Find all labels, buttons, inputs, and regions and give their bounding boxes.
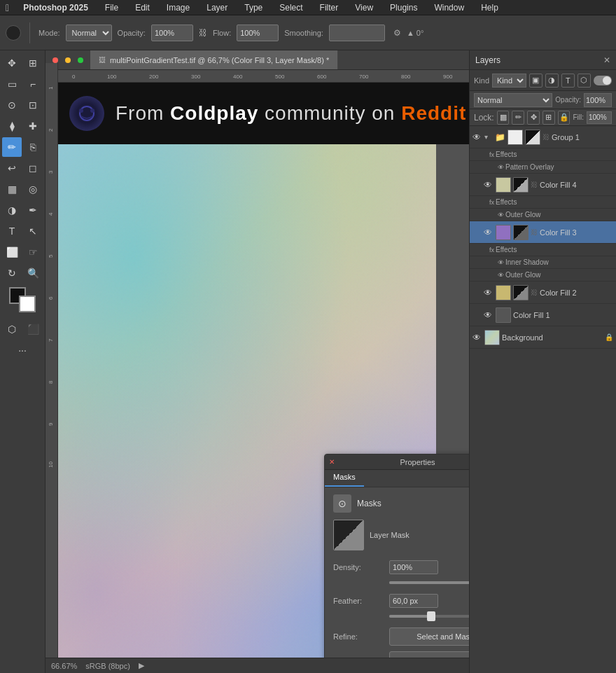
healing-tool[interactable]: ✚ — [23, 116, 43, 136]
menu-file[interactable]: File — [102, 3, 121, 13]
menu-edit[interactable]: Edit — [132, 3, 153, 13]
density-slider[interactable] — [389, 581, 469, 584]
filter-pixel-btn[interactable]: ▣ — [529, 74, 542, 88]
pattern-overlay-vis-icon[interactable]: 👁 — [498, 164, 504, 171]
dodge-tool[interactable]: ◑ — [2, 200, 22, 220]
svg-text:800: 800 — [401, 74, 411, 80]
feather-input[interactable] — [389, 594, 438, 608]
history-brush-tool[interactable]: ↩ — [2, 158, 22, 178]
hand-tool[interactable]: ☞ — [23, 242, 43, 262]
blur-tool[interactable]: ◎ — [23, 179, 43, 199]
menu-layer[interactable]: Layer — [204, 3, 230, 13]
eyedropper-tool[interactable]: ⧫ — [2, 116, 22, 136]
brush-tool[interactable]: ✏ — [2, 137, 22, 157]
layer-color-fill-1[interactable]: 👁 Color Fill 1 — [470, 304, 616, 326]
window-minimize-btn[interactable] — [65, 57, 71, 63]
quick-select-tool[interactable]: ⊙ — [2, 95, 22, 115]
properties-tab-masks[interactable]: Masks — [325, 470, 364, 487]
color-range-btn[interactable]: Color Range... — [389, 651, 469, 658]
layer-color-fill-4[interactable]: 👁 ⛓ Color Fill 4 — [470, 174, 616, 196]
layer-cf1-visibility[interactable]: 👁 — [484, 310, 493, 320]
menu-select[interactable]: Select — [276, 3, 305, 13]
opacity-input[interactable] — [151, 25, 193, 41]
filter-adjustment-btn[interactable]: ◑ — [545, 74, 559, 88]
layer-cf3-chain: ⛓ — [531, 228, 538, 236]
quick-mask-tool[interactable]: ⬡ — [2, 319, 22, 339]
menu-image[interactable]: Image — [164, 3, 192, 13]
opacity-chain-icon[interactable]: ⛓ — [199, 28, 207, 38]
filter-type-btn[interactable]: T — [561, 74, 575, 88]
outer-glow-cf4-item[interactable]: 👁 Outer Glow — [470, 209, 616, 221]
rect-select-tool[interactable]: ▭ — [2, 74, 22, 94]
layer-background[interactable]: 👁 Background 🔒 — [470, 326, 616, 349]
density-label: Density: — [333, 563, 389, 571]
shape-tool[interactable]: ⬜ — [2, 242, 22, 262]
artboard-tool[interactable]: ⊞ — [23, 53, 43, 73]
density-input[interactable] — [389, 560, 438, 574]
feather-slider[interactable] — [389, 615, 469, 618]
lock-artboard-btn[interactable]: ⊞ — [542, 111, 555, 125]
lock-position-btn[interactable]: ✥ — [527, 111, 540, 125]
pattern-overlay-item[interactable]: 👁 Pattern Overlay — [470, 161, 616, 174]
status-bar-arrow[interactable]: ▶ — [139, 661, 144, 670]
lock-transparent-btn[interactable]: ▩ — [497, 111, 510, 125]
fill-input[interactable] — [587, 111, 612, 124]
background-color[interactable] — [19, 296, 36, 312]
lock-pixels-btn[interactable]: ✏ — [512, 111, 524, 125]
color-swatches[interactable] — [9, 287, 36, 312]
svg-text:600: 600 — [317, 74, 327, 80]
filter-select[interactable]: Kind — [492, 74, 526, 88]
menu-view[interactable]: View — [352, 3, 376, 13]
outer-glow-cf3-vis[interactable]: 👁 — [498, 272, 504, 279]
inner-shadow-cf3-item[interactable]: 👁 Inner Shadow — [470, 256, 616, 269]
window-close-btn[interactable] — [52, 57, 58, 63]
pen-tool[interactable]: ✒ — [23, 200, 43, 220]
layer-color-fill-2[interactable]: 👁 ⛓ Color Fill 2 — [470, 282, 616, 304]
gradient-tool[interactable]: ▦ — [2, 179, 22, 199]
layer-group1-visibility[interactable]: 👁 — [472, 132, 482, 142]
menu-type[interactable]: Type — [241, 3, 265, 13]
filter-toggle[interactable] — [594, 76, 612, 85]
layer-cf2-visibility[interactable]: 👁 — [484, 288, 493, 298]
layer-cf3-visibility[interactable]: 👁 — [484, 228, 493, 237]
layer-group1[interactable]: 👁 ▾ 📁 ⛓ Group 1 — [470, 126, 616, 148]
type-tool[interactable]: T — [2, 221, 22, 241]
extra-tools[interactable]: ··· — [13, 340, 32, 360]
smoothing-settings-icon[interactable]: ⚙ — [393, 28, 401, 38]
layer-cf4-visibility[interactable]: 👁 — [484, 180, 493, 190]
menu-help[interactable]: Help — [478, 3, 501, 13]
flow-input[interactable] — [237, 25, 279, 41]
outer-glow-cf3-item[interactable]: 👁 Outer Glow — [470, 269, 616, 282]
layer-group1-expand[interactable]: ▾ — [484, 133, 493, 141]
menu-photoshop[interactable]: Photoshop 2025 — [20, 3, 91, 13]
crop-tool[interactable]: ⊡ — [23, 95, 43, 115]
lock-all-btn[interactable]: 🔒 — [558, 111, 570, 125]
rotate-tool[interactable]: ↻ — [2, 263, 22, 283]
outer-glow-cf4-vis[interactable]: 👁 — [498, 211, 504, 218]
menu-filter[interactable]: Filter — [317, 3, 342, 13]
smoothing-input[interactable] — [329, 25, 385, 41]
path-select-tool[interactable]: ↖ — [23, 221, 43, 241]
layer-bg-visibility[interactable]: 👁 — [472, 333, 482, 342]
move-tool[interactable]: ✥ — [2, 53, 22, 73]
zoom-tool[interactable]: 🔍 — [23, 263, 43, 283]
mode-select[interactable]: Normal — [66, 25, 112, 41]
apple-icon[interactable]:  — [6, 2, 9, 13]
layers-mode-select[interactable]: Normal — [474, 93, 552, 107]
properties-close-btn[interactable]: ✕ — [329, 458, 335, 466]
stamp-tool[interactable]: ⎘ — [23, 137, 43, 157]
select-and-mask-btn[interactable]: Select and Mask... — [389, 627, 469, 646]
window-maximize-btn[interactable] — [78, 57, 83, 63]
layer-color-fill-3[interactable]: 👁 ⛓ Color Fill 3 — [470, 221, 616, 244]
layers-close-btn[interactable]: ✕ — [603, 55, 610, 65]
lasso-tool[interactable]: ⌐ — [23, 74, 43, 94]
screen-mode-tool[interactable]: ⬛ — [23, 319, 43, 339]
layers-opacity-input[interactable] — [584, 93, 612, 107]
menu-window[interactable]: Window — [431, 3, 467, 13]
inner-shadow-cf3-vis[interactable]: 👁 — [498, 259, 504, 266]
filter-shape-btn[interactable]: ⬡ — [578, 74, 591, 88]
outer-glow-cf3-name: Outer Glow — [505, 271, 541, 279]
document-tab[interactable]: 🖼 multiPointGradientTest.tif @ 66,7% (Co… — [90, 50, 338, 69]
menu-plugins[interactable]: Plugins — [387, 3, 420, 13]
eraser-tool[interactable]: ◻ — [23, 158, 43, 178]
